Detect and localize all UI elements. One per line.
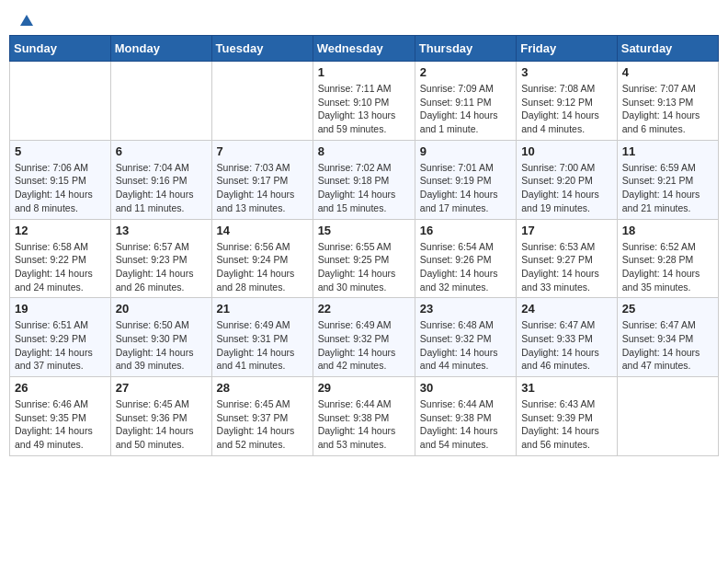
weekday-header-wednesday: Wednesday	[313, 36, 415, 62]
day-number: 16	[420, 224, 511, 237]
day-info: Sunrise: 6:59 AMSunset: 9:21 PMDaylight:…	[622, 161, 713, 215]
calendar-cell: 20Sunrise: 6:50 AMSunset: 9:30 PMDayligh…	[110, 298, 211, 377]
logo	[17, 13, 35, 26]
calendar-cell: 26Sunrise: 6:46 AMSunset: 9:35 PMDayligh…	[10, 377, 111, 456]
weekday-header-friday: Friday	[517, 36, 618, 62]
calendar-cell: 11Sunrise: 6:59 AMSunset: 9:21 PMDayligh…	[617, 140, 718, 219]
day-number: 12	[15, 224, 106, 237]
day-number: 15	[318, 224, 410, 237]
calendar-week-4: 19Sunrise: 6:51 AMSunset: 9:29 PMDayligh…	[10, 298, 719, 377]
day-number: 5	[15, 144, 106, 158]
day-number: 10	[521, 144, 612, 158]
calendar-cell	[617, 377, 718, 456]
calendar-cell: 6Sunrise: 7:04 AMSunset: 9:16 PMDaylight…	[110, 140, 211, 219]
day-info: Sunrise: 6:49 AMSunset: 9:32 PMDaylight:…	[318, 318, 410, 373]
day-info: Sunrise: 7:00 AMSunset: 9:20 PMDaylight:…	[521, 161, 612, 215]
calendar-header: SundayMondayTuesdayWednesdayThursdayFrid…	[10, 36, 719, 62]
day-number: 2	[420, 65, 511, 79]
day-info: Sunrise: 7:02 AMSunset: 9:18 PMDaylight:…	[318, 161, 410, 215]
day-number: 24	[521, 302, 612, 316]
page-header	[9, 9, 719, 29]
calendar-cell: 29Sunrise: 6:44 AMSunset: 9:38 PMDayligh…	[313, 377, 415, 456]
day-info: Sunrise: 6:49 AMSunset: 9:31 PMDaylight:…	[217, 318, 308, 373]
calendar-cell: 13Sunrise: 6:57 AMSunset: 9:23 PMDayligh…	[110, 219, 211, 298]
day-number: 9	[420, 144, 511, 158]
calendar-week-5: 26Sunrise: 6:46 AMSunset: 9:35 PMDayligh…	[10, 377, 719, 456]
day-info: Sunrise: 6:52 AMSunset: 9:28 PMDaylight:…	[622, 240, 713, 294]
day-info: Sunrise: 6:44 AMSunset: 9:38 PMDaylight:…	[318, 397, 410, 452]
calendar-cell: 14Sunrise: 6:56 AMSunset: 9:24 PMDayligh…	[211, 219, 313, 298]
calendar-cell: 2Sunrise: 7:09 AMSunset: 9:11 PMDaylight…	[415, 62, 516, 141]
day-number: 11	[622, 144, 713, 158]
calendar-week-1: 1Sunrise: 7:11 AMSunset: 9:10 PMDaylight…	[10, 62, 719, 141]
calendar-body: 1Sunrise: 7:11 AMSunset: 9:10 PMDaylight…	[10, 62, 719, 456]
day-number: 31	[521, 381, 612, 395]
weekday-header-thursday: Thursday	[415, 36, 516, 62]
day-info: Sunrise: 7:07 AMSunset: 9:13 PMDaylight:…	[622, 82, 713, 136]
day-number: 19	[15, 302, 106, 316]
day-number: 30	[420, 381, 511, 395]
calendar-cell: 23Sunrise: 6:48 AMSunset: 9:32 PMDayligh…	[415, 298, 516, 377]
logo-icon	[18, 13, 35, 29]
calendar-cell: 15Sunrise: 6:55 AMSunset: 9:25 PMDayligh…	[313, 219, 415, 298]
day-number: 1	[318, 65, 410, 79]
day-info: Sunrise: 6:43 AMSunset: 9:39 PMDaylight:…	[521, 397, 612, 452]
day-number: 3	[521, 65, 612, 79]
day-info: Sunrise: 6:47 AMSunset: 9:34 PMDaylight:…	[622, 318, 713, 373]
weekday-header-tuesday: Tuesday	[211, 36, 313, 62]
day-number: 17	[521, 224, 612, 237]
calendar-cell: 17Sunrise: 6:53 AMSunset: 9:27 PMDayligh…	[517, 219, 618, 298]
day-number: 4	[622, 65, 713, 79]
calendar-cell: 4Sunrise: 7:07 AMSunset: 9:13 PMDaylight…	[617, 62, 718, 141]
day-info: Sunrise: 6:53 AMSunset: 9:27 PMDaylight:…	[521, 240, 612, 294]
day-number: 18	[622, 224, 713, 237]
day-number: 28	[217, 381, 308, 395]
calendar-table: SundayMondayTuesdayWednesdayThursdayFrid…	[9, 35, 719, 456]
calendar-cell	[211, 62, 313, 141]
day-number: 22	[318, 302, 410, 316]
weekday-header-sunday: Sunday	[10, 36, 111, 62]
day-number: 7	[217, 144, 308, 158]
calendar-week-2: 5Sunrise: 7:06 AMSunset: 9:15 PMDaylight…	[10, 140, 719, 219]
calendar-cell: 1Sunrise: 7:11 AMSunset: 9:10 PMDaylight…	[313, 62, 415, 141]
calendar-cell: 16Sunrise: 6:54 AMSunset: 9:26 PMDayligh…	[415, 219, 516, 298]
day-info: Sunrise: 6:46 AMSunset: 9:35 PMDaylight:…	[15, 397, 106, 452]
calendar-week-3: 12Sunrise: 6:58 AMSunset: 9:22 PMDayligh…	[10, 219, 719, 298]
calendar-cell: 27Sunrise: 6:45 AMSunset: 9:36 PMDayligh…	[110, 377, 211, 456]
day-info: Sunrise: 7:09 AMSunset: 9:11 PMDaylight:…	[420, 82, 511, 136]
day-info: Sunrise: 6:51 AMSunset: 9:29 PMDaylight:…	[15, 318, 106, 373]
weekday-header-monday: Monday	[110, 36, 211, 62]
day-number: 8	[318, 144, 410, 158]
calendar-cell: 21Sunrise: 6:49 AMSunset: 9:31 PMDayligh…	[211, 298, 313, 377]
calendar-cell: 8Sunrise: 7:02 AMSunset: 9:18 PMDaylight…	[313, 140, 415, 219]
day-info: Sunrise: 6:50 AMSunset: 9:30 PMDaylight:…	[116, 318, 207, 373]
day-number: 25	[622, 302, 713, 316]
day-number: 21	[217, 302, 308, 316]
day-info: Sunrise: 7:01 AMSunset: 9:19 PMDaylight:…	[420, 161, 511, 215]
day-number: 26	[15, 381, 106, 395]
calendar-cell: 5Sunrise: 7:06 AMSunset: 9:15 PMDaylight…	[10, 140, 111, 219]
calendar-cell: 19Sunrise: 6:51 AMSunset: 9:29 PMDayligh…	[10, 298, 111, 377]
day-info: Sunrise: 6:45 AMSunset: 9:36 PMDaylight:…	[116, 397, 207, 452]
day-info: Sunrise: 6:54 AMSunset: 9:26 PMDaylight:…	[420, 240, 511, 294]
calendar-cell: 25Sunrise: 6:47 AMSunset: 9:34 PMDayligh…	[617, 298, 718, 377]
calendar-cell	[110, 62, 211, 141]
svg-marker-0	[20, 15, 33, 26]
day-number: 13	[116, 224, 207, 237]
day-number: 27	[116, 381, 207, 395]
calendar-cell: 30Sunrise: 6:44 AMSunset: 9:38 PMDayligh…	[415, 377, 516, 456]
calendar-cell: 18Sunrise: 6:52 AMSunset: 9:28 PMDayligh…	[617, 219, 718, 298]
header-row: SundayMondayTuesdayWednesdayThursdayFrid…	[10, 36, 719, 62]
day-info: Sunrise: 7:04 AMSunset: 9:16 PMDaylight:…	[116, 161, 207, 215]
day-info: Sunrise: 6:45 AMSunset: 9:37 PMDaylight:…	[217, 397, 308, 452]
day-info: Sunrise: 6:55 AMSunset: 9:25 PMDaylight:…	[318, 240, 410, 294]
weekday-header-saturday: Saturday	[617, 36, 718, 62]
day-info: Sunrise: 7:11 AMSunset: 9:10 PMDaylight:…	[318, 82, 410, 136]
day-number: 14	[217, 224, 308, 237]
day-info: Sunrise: 6:48 AMSunset: 9:32 PMDaylight:…	[420, 318, 511, 373]
day-info: Sunrise: 7:03 AMSunset: 9:17 PMDaylight:…	[217, 161, 308, 215]
day-info: Sunrise: 6:58 AMSunset: 9:22 PMDaylight:…	[15, 240, 106, 294]
calendar-cell: 12Sunrise: 6:58 AMSunset: 9:22 PMDayligh…	[10, 219, 111, 298]
calendar-cell	[10, 62, 111, 141]
calendar-cell: 31Sunrise: 6:43 AMSunset: 9:39 PMDayligh…	[517, 377, 618, 456]
